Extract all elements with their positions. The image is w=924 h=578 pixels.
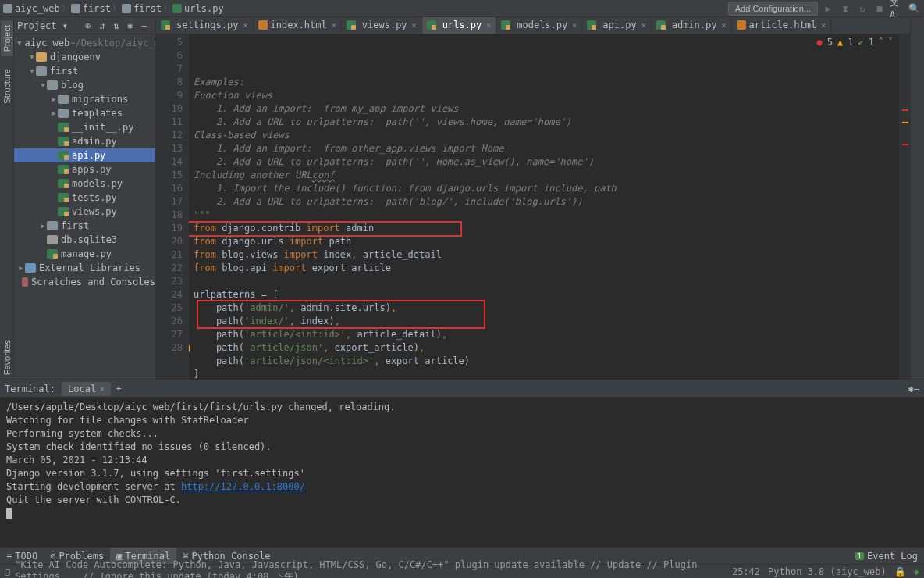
tree-row[interactable]: ▼first bbox=[14, 64, 155, 78]
code-line[interactable]: 1. Add an import: from other_app.views i… bbox=[194, 142, 899, 155]
tree-row[interactable]: ▼blog bbox=[14, 78, 155, 92]
status-message[interactable]: "Kite AI Code Autocomplete: Python, Java… bbox=[15, 559, 732, 578]
line-number[interactable]: 24 bbox=[156, 288, 183, 301]
hide-icon[interactable]: — bbox=[141, 20, 152, 31]
code-line[interactable]: path('admin/', admin.site.urls), bbox=[194, 301, 899, 315]
line-number[interactable]: 9 bbox=[156, 89, 183, 102]
tree-row[interactable]: api.py bbox=[14, 148, 155, 162]
stop-icon[interactable]: ■ bbox=[872, 2, 887, 16]
tree-row[interactable]: ▶External Libraries bbox=[14, 261, 155, 275]
breadcrumb-item[interactable]: first bbox=[71, 3, 111, 14]
editor-tab[interactable]: settings.py× bbox=[156, 17, 254, 34]
line-number[interactable]: 28 bbox=[156, 341, 183, 355]
line-number[interactable]: 16 bbox=[156, 182, 183, 195]
line-number[interactable]: 14 bbox=[156, 155, 183, 169]
tree-arrow-icon[interactable]: ▶ bbox=[50, 109, 58, 117]
rail-tab-structure[interactable]: Structure bbox=[1, 64, 13, 109]
project-tree[interactable]: ▼aiyc_web ~/Desktop/aiyc_we▼djangoenv▼fi… bbox=[14, 34, 155, 380]
new-terminal-icon[interactable]: + bbox=[116, 384, 121, 394]
code-line[interactable]: from blog.api import export_article bbox=[194, 262, 899, 275]
code-line[interactable]: from blog.views import index, article_de… bbox=[194, 248, 899, 262]
tree-arrow-icon[interactable]: ▼ bbox=[28, 53, 36, 61]
collapse-all-icon[interactable]: ⇅ bbox=[113, 20, 124, 31]
tree-row[interactable]: Scratches and Consoles bbox=[14, 275, 155, 289]
editor-tab[interactable]: models.py× bbox=[496, 17, 582, 34]
code-line[interactable]: ] bbox=[194, 368, 899, 380]
line-number[interactable]: 12 bbox=[156, 129, 183, 142]
line-number[interactable]: 27 bbox=[156, 328, 183, 341]
coverage-icon[interactable]: ↻ bbox=[855, 2, 869, 16]
terminal-tab-local[interactable]: Local× bbox=[62, 382, 111, 396]
code-line[interactable]: 1. Add an import: from my_app import vie… bbox=[194, 102, 899, 116]
close-icon[interactable]: × bbox=[486, 21, 491, 30]
code-line[interactable]: 1. Import the include() function: from d… bbox=[194, 182, 899, 195]
line-number[interactable]: 25 bbox=[156, 301, 183, 315]
intention-bulb-icon[interactable] bbox=[189, 343, 190, 354]
close-icon[interactable]: × bbox=[641, 21, 646, 30]
tree-row[interactable]: ▶first bbox=[14, 219, 155, 233]
tree-row[interactable]: views.py bbox=[14, 205, 155, 219]
terminal-body[interactable]: /Users/apple/Desktop/aiyc_web/first/firs… bbox=[0, 398, 924, 547]
breadcrumb-item[interactable]: first bbox=[122, 3, 162, 14]
code-line[interactable]: 2. Add a URL to urlpatterns: path('', Ho… bbox=[194, 155, 899, 169]
close-icon[interactable]: × bbox=[721, 21, 726, 30]
code-line[interactable]: urlpatterns = [ bbox=[194, 288, 899, 301]
line-number[interactable]: 22 bbox=[156, 262, 183, 275]
code-line[interactable] bbox=[194, 275, 899, 288]
editor-tab[interactable]: views.py× bbox=[342, 17, 422, 34]
tree-arrow-icon[interactable]: ▶ bbox=[17, 264, 25, 272]
server-url-link[interactable]: http://127.0.0.1:8000/ bbox=[181, 481, 305, 492]
tree-arrow-icon[interactable]: ▶ bbox=[39, 222, 47, 230]
close-icon[interactable]: × bbox=[332, 21, 336, 30]
line-number[interactable]: 26 bbox=[156, 315, 183, 328]
tree-row[interactable]: __init__.py bbox=[14, 120, 155, 134]
line-number[interactable]: 7 bbox=[156, 62, 183, 76]
tree-row[interactable]: ▼djangoenv bbox=[14, 50, 155, 64]
interpreter-indicator[interactable]: Python 3.8 (aiyc_web) bbox=[768, 566, 887, 577]
line-number[interactable]: 6 bbox=[156, 49, 183, 62]
code-line[interactable]: Examples: bbox=[194, 76, 899, 89]
lock-icon[interactable]: 🔒 bbox=[894, 566, 906, 577]
tree-row[interactable]: admin.py bbox=[14, 134, 155, 148]
inspection-status[interactable]: ●5 ▲1 ✔1 ˄˅ bbox=[817, 37, 893, 48]
caret-position[interactable]: 25:42 bbox=[732, 566, 760, 577]
add-configuration-button[interactable]: Add Configuration... bbox=[728, 2, 818, 16]
line-number[interactable]: 8 bbox=[156, 76, 183, 89]
code-line[interactable]: path('article/json/<int:id>', export_art… bbox=[194, 355, 899, 368]
line-number[interactable]: 18 bbox=[156, 209, 183, 222]
editor-tab[interactable]: api.py× bbox=[582, 17, 651, 34]
line-number[interactable]: 11 bbox=[156, 116, 183, 129]
code-line[interactable]: 2. Add a URL to urlpatterns: path('', vi… bbox=[194, 116, 899, 129]
code-line[interactable]: Function views bbox=[194, 89, 899, 102]
line-number[interactable]: 17 bbox=[156, 195, 183, 209]
code-line[interactable]: path('index/', index), bbox=[194, 315, 899, 328]
search-icon[interactable]: 🔍 bbox=[907, 2, 921, 16]
tree-row[interactable]: ▶templates bbox=[14, 106, 155, 120]
tree-arrow-icon[interactable]: ▶ bbox=[50, 95, 58, 103]
editor-tab[interactable]: index.html× bbox=[254, 17, 342, 34]
run-icon[interactable]: ▶ bbox=[821, 2, 835, 16]
code-line[interactable]: 2. Add a URL to urlpatterns: path('blog/… bbox=[194, 195, 899, 209]
expand-all-icon[interactable]: ⇵ bbox=[99, 20, 110, 31]
tree-row[interactable]: db.sqlite3 bbox=[14, 233, 155, 247]
code-line[interactable]: Class-based views bbox=[194, 129, 899, 142]
line-number[interactable]: 20 bbox=[156, 235, 183, 248]
code-line[interactable]: from django.contrib import admin bbox=[194, 222, 899, 235]
editor-tab[interactable]: urls.py× bbox=[422, 17, 497, 34]
breadcrumb-item[interactable]: aiyc_web bbox=[3, 3, 60, 14]
code-line[interactable]: Including another URLconf bbox=[194, 169, 899, 182]
line-number[interactable]: 10 bbox=[156, 102, 183, 116]
close-icon[interactable]: × bbox=[243, 21, 247, 30]
tool-window-icon[interactable]: ▢ bbox=[5, 566, 10, 577]
close-icon[interactable]: × bbox=[572, 21, 577, 30]
tree-row[interactable]: ▼aiyc_web ~/Desktop/aiyc_we bbox=[14, 36, 155, 50]
terminal-settings-icon[interactable]: ✱ bbox=[908, 384, 914, 394]
debug-icon[interactable]: ⧗ bbox=[838, 2, 852, 16]
tree-arrow-icon[interactable]: ▼ bbox=[39, 81, 47, 89]
tree-row[interactable]: tests.py bbox=[14, 191, 155, 205]
line-number[interactable]: 13 bbox=[156, 142, 183, 155]
rail-tab-project[interactable]: Project bbox=[1, 20, 13, 56]
translate-icon[interactable]: 文A bbox=[890, 2, 904, 16]
code-line[interactable]: """ bbox=[194, 209, 899, 222]
error-stripe[interactable] bbox=[899, 34, 910, 380]
